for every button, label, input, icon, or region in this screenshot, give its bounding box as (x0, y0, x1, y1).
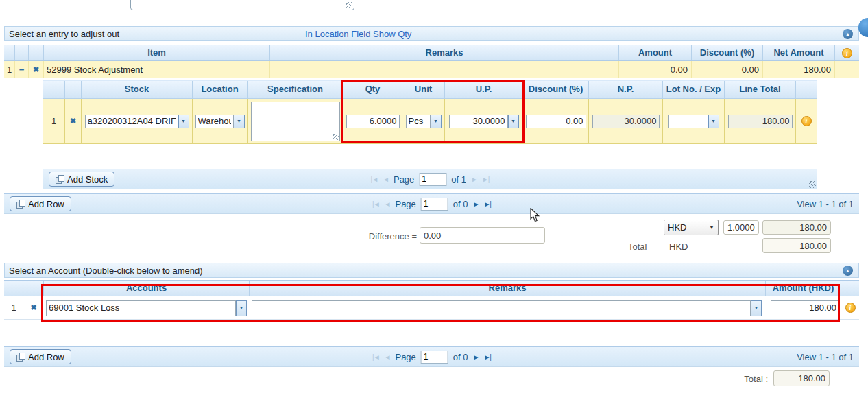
sub-header-discount[interactable]: Discount (%) (523, 81, 589, 98)
page-count-label: of 0 (453, 199, 468, 209)
unit-input[interactable] (406, 115, 431, 128)
acc-amount-input[interactable] (771, 300, 839, 316)
sub-header-delete-col (65, 81, 82, 98)
header-discount[interactable]: Discount (%) (692, 45, 763, 60)
account-info-icon[interactable]: i (845, 303, 856, 313)
page-count-label: of 1 (451, 174, 466, 185)
difference-input[interactable] (420, 227, 545, 244)
item-cell[interactable]: 52999 Stock Adjustment (44, 61, 270, 78)
header-acc-remarks[interactable]: Remarks (250, 281, 766, 296)
amount-total-input (762, 220, 831, 235)
top-remarks-textarea[interactable] (130, 0, 354, 10)
collapse-subgrid-cell[interactable]: − (15, 61, 29, 78)
account-dropdown-icon[interactable]: ▼ (236, 300, 247, 316)
location-input[interactable] (195, 115, 234, 128)
sub-delete-row-icon[interactable]: ✖ (70, 117, 76, 126)
account-total-input (773, 370, 830, 386)
acc-remarks-input[interactable] (252, 300, 751, 316)
discount-cell[interactable]: 0.00 (692, 61, 763, 78)
location-dropdown-icon[interactable]: ▼ (234, 115, 245, 128)
acc-remarks-combo: ▼ (252, 300, 762, 316)
lot-dropdown-icon[interactable]: ▼ (708, 115, 719, 128)
stock-cell: ▼ (82, 99, 193, 143)
sub-header-stock[interactable]: Stock (82, 81, 193, 98)
in-location-show-qty-link[interactable]: In Location Field Show Qty (305, 29, 411, 39)
sub-header-up[interactable]: U.P. (445, 81, 523, 98)
header-amount[interactable]: Amount (619, 45, 692, 60)
next-page-icon[interactable]: ► (473, 200, 479, 208)
sub-header-lot[interactable]: Lot No. / Exp (663, 81, 725, 98)
first-page-icon[interactable]: |◄ (371, 176, 378, 183)
account-cell: ▼ (44, 296, 250, 319)
delete-row-icon[interactable]: ✖ (30, 303, 36, 312)
sub-header-specification[interactable]: Specification (248, 81, 343, 98)
sub-header-np[interactable]: N.P. (589, 81, 663, 98)
prev-page-icon[interactable]: ◄ (383, 176, 389, 183)
qty-input[interactable] (346, 115, 400, 128)
sub-header-location[interactable]: Location (193, 81, 248, 98)
last-page-icon[interactable]: ►| (483, 200, 491, 208)
header-item[interactable]: Item (44, 45, 270, 60)
add-row-button[interactable]: Add Row (10, 196, 71, 211)
stock-input[interactable] (85, 115, 178, 128)
info-icon[interactable]: i (842, 48, 852, 58)
sub-header-unit[interactable]: Unit (402, 81, 445, 98)
lot-input[interactable] (668, 115, 708, 128)
sub-delete-cell[interactable]: ✖ (65, 99, 82, 143)
page-input[interactable] (421, 198, 448, 211)
line-info-icon[interactable]: i (801, 116, 812, 126)
header-accounts[interactable]: Accounts (44, 281, 250, 296)
stock-dropdown-icon[interactable]: ▼ (178, 115, 189, 128)
delete-row-icon[interactable]: ✖ (33, 65, 39, 74)
page-input[interactable] (419, 173, 446, 186)
unit-dropdown-icon[interactable]: ▼ (431, 115, 442, 128)
prev-page-icon[interactable]: ◄ (385, 353, 391, 361)
delete-row-cell[interactable]: ✖ (23, 296, 44, 319)
header-remarks[interactable]: Remarks (270, 45, 619, 60)
exchange-rate-input[interactable] (723, 220, 759, 235)
acc-remarks-dropdown-icon[interactable]: ▼ (751, 300, 762, 316)
collapse-panel-button[interactable]: ▲ (843, 29, 853, 39)
last-page-icon[interactable]: ►| (482, 176, 490, 183)
spec-resize-grip-icon[interactable] (333, 134, 339, 140)
specification-textarea[interactable] (251, 102, 340, 141)
sub-header-line-total[interactable]: Line Total (725, 81, 796, 98)
page-input[interactable] (421, 351, 448, 364)
next-page-icon[interactable]: ► (473, 353, 479, 361)
resize-grip-icon[interactable] (346, 2, 352, 8)
header-delete-col (29, 45, 44, 60)
header-net-amount[interactable]: Net Amount (763, 45, 835, 60)
adjust-out-panel: Select an entry to adjust out In Locatio… (4, 26, 859, 214)
sub-header-qty[interactable]: Qty (343, 81, 402, 98)
first-page-icon[interactable]: |◄ (372, 200, 380, 208)
up-dropdown-icon[interactable]: ▼ (508, 115, 519, 128)
account-input[interactable] (46, 300, 236, 316)
discount-line-input[interactable] (526, 115, 586, 128)
stock-row[interactable]: 1 ✖ ▼ ▼ (43, 99, 817, 144)
view-records-label: View 1 - 1 of 1 (797, 199, 854, 209)
collapse-panel-button[interactable]: ▲ (843, 266, 853, 276)
last-page-icon[interactable]: ►| (483, 353, 491, 361)
add-stock-button[interactable]: Add Stock (49, 172, 114, 187)
subgrid-resize-handle[interactable] (809, 181, 816, 188)
delete-row-cell[interactable]: ✖ (29, 61, 44, 78)
next-page-icon[interactable]: ► (471, 176, 477, 183)
add-account-row-button[interactable]: Add Row (10, 349, 71, 364)
header-rownum (4, 281, 23, 296)
collapse-row-icon[interactable]: − (19, 64, 25, 75)
net-amount-cell[interactable]: 180.00 (763, 61, 835, 78)
remarks-cell[interactable] (270, 61, 619, 78)
page-label: Page (395, 199, 415, 209)
amount-cell[interactable]: 0.00 (619, 61, 692, 78)
up-input[interactable] (449, 115, 508, 128)
account-row[interactable]: 1 ✖ ▼ ▼ i (4, 296, 859, 320)
currency-select[interactable]: HKD ▼ (664, 220, 719, 235)
account-combo: ▼ (46, 300, 247, 316)
header-amount-hkd[interactable]: Amount (HKD) (766, 281, 841, 296)
specification-cell (248, 99, 343, 143)
header-rownum (4, 45, 15, 60)
item-row[interactable]: 1 − ✖ 52999 Stock Adjustment 0.00 0.00 1… (4, 61, 859, 78)
prev-page-icon[interactable]: ◄ (385, 200, 391, 208)
first-page-icon[interactable]: |◄ (372, 353, 380, 361)
floating-help-button[interactable] (858, 18, 868, 37)
